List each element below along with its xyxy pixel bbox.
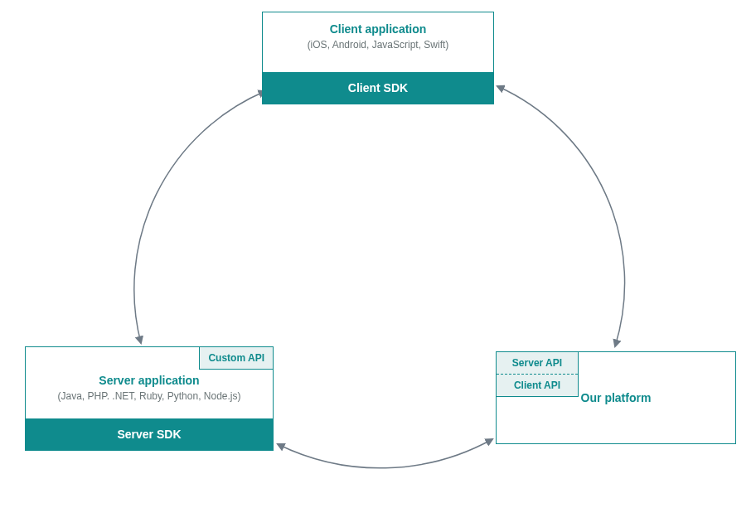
server-api-tag: Server API [497,352,578,374]
client-subtitle: (iOS, Android, JavaScript, Swift) [263,39,493,51]
client-sdk-band: Client SDK [263,72,493,104]
diagram-canvas: Client application (iOS, Android, JavaSc… [0,0,756,532]
client-title: Client application [263,22,493,36]
arc-client-platform [497,86,625,346]
arc-client-server [134,91,265,343]
arc-server-platform [278,439,492,468]
server-title: Server application [26,374,273,387]
platform-title: Our platform [497,391,735,404]
server-subtitle: (Java, PHP. .NET, Ruby, Python, Node.js) [26,390,273,402]
api-stack: Server API Client API [496,351,579,397]
custom-api-tag: Custom API [199,346,274,370]
server-application-box: Custom API Server application (Java, PHP… [25,346,274,451]
server-sdk-band: Server SDK [26,418,273,450]
client-application-box: Client application (iOS, Android, JavaSc… [262,12,494,104]
platform-box: Server API Client API Our platform [496,351,736,444]
